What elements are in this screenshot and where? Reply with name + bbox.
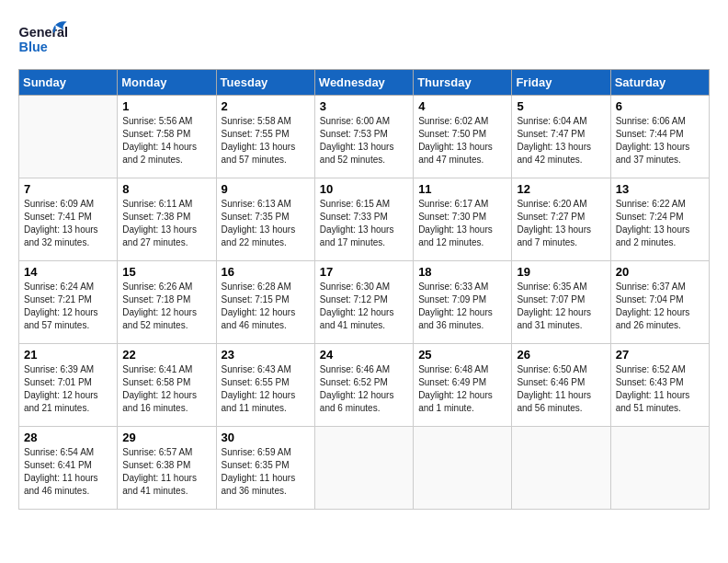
calendar-cell: 26Sunrise: 6:50 AMSunset: 6:46 PMDayligh… [512,344,610,427]
calendar-cell: 11Sunrise: 6:17 AMSunset: 7:30 PMDayligh… [414,178,512,261]
calendar-cell: 5Sunrise: 6:04 AMSunset: 7:47 PMDaylight… [512,96,610,178]
day-number: 1 [122,99,210,113]
day-info: Sunrise: 6:24 AMSunset: 7:21 PMDaylight:… [24,281,112,332]
day-info: Sunrise: 6:30 AMSunset: 7:12 PMDaylight:… [320,281,408,332]
day-info: Sunrise: 6:35 AMSunset: 7:07 PMDaylight:… [517,281,605,332]
day-info: Sunrise: 5:56 AMSunset: 7:58 PMDaylight:… [122,115,210,167]
calendar-cell: 30Sunrise: 6:59 AMSunset: 6:35 PMDayligh… [216,427,314,510]
day-number: 23 [222,348,310,362]
logo: General Blue [18,18,69,60]
day-number: 28 [24,431,112,444]
day-info: Sunrise: 6:20 AMSunset: 7:27 PMDaylight:… [517,198,605,249]
day-number: 26 [517,348,605,362]
calendar-cell: 23Sunrise: 6:43 AMSunset: 6:55 PMDayligh… [216,344,314,427]
calendar-cell: 14Sunrise: 6:24 AMSunset: 7:21 PMDayligh… [19,261,118,344]
day-number: 16 [222,265,310,279]
calendar-cell: 9Sunrise: 6:13 AMSunset: 7:35 PMDaylight… [216,178,314,261]
day-number: 17 [320,265,408,279]
calendar-cell [414,427,512,510]
day-number: 13 [616,182,704,196]
calendar-cell: 22Sunrise: 6:41 AMSunset: 6:58 PMDayligh… [118,344,216,427]
header-day-sunday: Sunday [19,70,118,96]
calendar-cell: 21Sunrise: 6:39 AMSunset: 7:01 PMDayligh… [19,344,118,427]
calendar-cell: 7Sunrise: 6:09 AMSunset: 7:41 PMDaylight… [19,178,118,261]
day-number: 5 [517,99,605,113]
calendar-cell: 28Sunrise: 6:54 AMSunset: 6:41 PMDayligh… [19,427,118,510]
week-row-3: 14Sunrise: 6:24 AMSunset: 7:21 PMDayligh… [19,261,710,344]
calendar-cell: 16Sunrise: 6:28 AMSunset: 7:15 PMDayligh… [216,261,314,344]
day-number: 12 [517,182,605,196]
calendar-cell [19,96,118,178]
day-info: Sunrise: 6:15 AMSunset: 7:33 PMDaylight:… [320,198,408,249]
day-number: 11 [418,182,506,196]
day-number: 6 [616,99,704,113]
logo-icon: General Blue [18,18,69,60]
calendar-cell: 17Sunrise: 6:30 AMSunset: 7:12 PMDayligh… [314,261,413,344]
day-info: Sunrise: 6:57 AMSunset: 6:38 PMDaylight:… [122,446,210,498]
day-info: Sunrise: 6:48 AMSunset: 6:49 PMDaylight:… [418,363,506,415]
day-info: Sunrise: 6:37 AMSunset: 7:04 PMDaylight:… [616,281,704,332]
day-info: Sunrise: 6:52 AMSunset: 6:43 PMDaylight:… [616,363,704,415]
calendar-cell [512,427,610,510]
header-row: SundayMondayTuesdayWednesdayThursdayFrid… [19,70,710,96]
header-day-saturday: Saturday [610,70,709,96]
calendar-cell: 18Sunrise: 6:33 AMSunset: 7:09 PMDayligh… [414,261,512,344]
calendar-cell: 12Sunrise: 6:20 AMSunset: 7:27 PMDayligh… [512,178,610,261]
day-number: 25 [418,348,506,362]
day-number: 18 [418,265,506,279]
day-info: Sunrise: 6:02 AMSunset: 7:50 PMDaylight:… [418,115,506,167]
week-row-1: 1Sunrise: 5:56 AMSunset: 7:58 PMDaylight… [19,96,710,178]
day-number: 7 [24,182,112,196]
calendar-body: 1Sunrise: 5:56 AMSunset: 7:58 PMDaylight… [19,96,710,510]
calendar-cell: 13Sunrise: 6:22 AMSunset: 7:24 PMDayligh… [610,178,709,261]
calendar-cell: 8Sunrise: 6:11 AMSunset: 7:38 PMDaylight… [118,178,216,261]
day-info: Sunrise: 6:39 AMSunset: 7:01 PMDaylight:… [24,363,112,415]
day-number: 9 [222,182,310,196]
calendar-cell [610,427,709,510]
day-info: Sunrise: 6:33 AMSunset: 7:09 PMDaylight:… [418,281,506,332]
header-day-friday: Friday [512,70,610,96]
day-info: Sunrise: 6:04 AMSunset: 7:47 PMDaylight:… [517,115,605,167]
day-number: 15 [122,265,210,279]
calendar-cell: 19Sunrise: 6:35 AMSunset: 7:07 PMDayligh… [512,261,610,344]
calendar-cell: 24Sunrise: 6:46 AMSunset: 6:52 PMDayligh… [314,344,413,427]
day-info: Sunrise: 6:54 AMSunset: 6:41 PMDaylight:… [24,446,112,498]
calendar-cell: 3Sunrise: 6:00 AMSunset: 7:53 PMDaylight… [314,96,413,178]
calendar-cell: 1Sunrise: 5:56 AMSunset: 7:58 PMDaylight… [118,96,216,178]
week-row-4: 21Sunrise: 6:39 AMSunset: 7:01 PMDayligh… [19,344,710,427]
calendar-cell: 29Sunrise: 6:57 AMSunset: 6:38 PMDayligh… [118,427,216,510]
header-day-monday: Monday [118,70,216,96]
day-number: 14 [24,265,112,279]
header-day-thursday: Thursday [414,70,512,96]
calendar-table: SundayMondayTuesdayWednesdayThursdayFrid… [18,69,710,510]
calendar-cell: 20Sunrise: 6:37 AMSunset: 7:04 PMDayligh… [610,261,709,344]
calendar-cell: 25Sunrise: 6:48 AMSunset: 6:49 PMDayligh… [414,344,512,427]
day-info: Sunrise: 6:50 AMSunset: 6:46 PMDaylight:… [517,363,605,415]
day-info: Sunrise: 6:59 AMSunset: 6:35 PMDaylight:… [222,446,310,498]
day-info: Sunrise: 6:22 AMSunset: 7:24 PMDaylight:… [616,198,704,249]
header-day-wednesday: Wednesday [314,70,413,96]
day-number: 22 [122,348,210,362]
calendar-cell: 15Sunrise: 6:26 AMSunset: 7:18 PMDayligh… [118,261,216,344]
day-info: Sunrise: 6:28 AMSunset: 7:15 PMDaylight:… [222,281,310,332]
day-number: 19 [517,265,605,279]
page-header: General Blue [18,18,710,60]
day-info: Sunrise: 6:11 AMSunset: 7:38 PMDaylight:… [122,198,210,249]
day-number: 3 [320,99,408,113]
calendar-cell: 10Sunrise: 6:15 AMSunset: 7:33 PMDayligh… [314,178,413,261]
day-number: 30 [222,431,310,444]
calendar-cell: 4Sunrise: 6:02 AMSunset: 7:50 PMDaylight… [414,96,512,178]
day-number: 21 [24,348,112,362]
week-row-2: 7Sunrise: 6:09 AMSunset: 7:41 PMDaylight… [19,178,710,261]
day-info: Sunrise: 6:09 AMSunset: 7:41 PMDaylight:… [24,198,112,249]
day-info: Sunrise: 6:17 AMSunset: 7:30 PMDaylight:… [418,198,506,249]
header-day-tuesday: Tuesday [216,70,314,96]
calendar-cell: 27Sunrise: 6:52 AMSunset: 6:43 PMDayligh… [610,344,709,427]
day-info: Sunrise: 6:46 AMSunset: 6:52 PMDaylight:… [320,363,408,415]
day-info: Sunrise: 6:06 AMSunset: 7:44 PMDaylight:… [616,115,704,167]
day-number: 10 [320,182,408,196]
calendar-header: SundayMondayTuesdayWednesdayThursdayFrid… [19,70,710,96]
calendar-cell: 6Sunrise: 6:06 AMSunset: 7:44 PMDaylight… [610,96,709,178]
day-number: 29 [122,431,210,444]
day-info: Sunrise: 6:26 AMSunset: 7:18 PMDaylight:… [122,281,210,332]
